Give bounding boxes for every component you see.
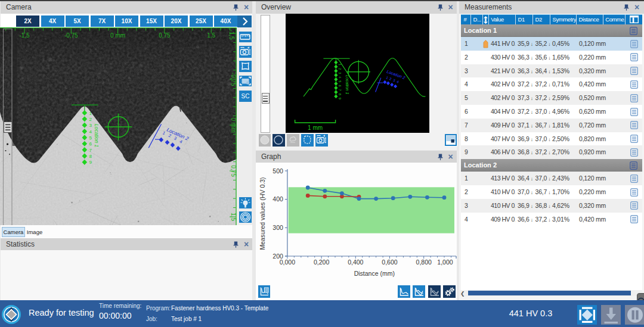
svg-text:5: 5 <box>89 135 92 141</box>
svg-text:0,800: 0,800 <box>416 259 432 266</box>
svg-text:0,200: 0,200 <box>314 259 329 266</box>
svg-text:0,000: 0,000 <box>280 259 295 266</box>
svg-text:500: 500 <box>273 167 283 175</box>
svg-text:300: 300 <box>273 224 283 231</box>
svg-text:4: 4 <box>89 129 92 135</box>
svg-text:1,5: 1,5 <box>207 32 215 39</box>
svg-text:5: 5 <box>338 80 342 82</box>
svg-text:1 mm: 1 mm <box>308 124 323 131</box>
svg-text:8: 8 <box>89 154 92 159</box>
svg-text:0,600: 0,600 <box>382 259 397 266</box>
svg-text:0 mm: 0 mm <box>230 118 237 133</box>
svg-text:0 mm: 0 mm <box>110 32 125 39</box>
svg-text:8: 8 <box>338 94 342 95</box>
svg-text:2: 2 <box>89 117 92 122</box>
svg-text:4: 4 <box>338 76 342 78</box>
svg-text:2: 2 <box>338 68 342 70</box>
svg-text:Location 1: Location 1 <box>345 75 349 94</box>
svg-text:1: 1 <box>89 111 92 116</box>
svg-text:-1,5: -1,5 <box>19 32 30 39</box>
svg-text:1: 1 <box>338 64 342 66</box>
svg-text:6: 6 <box>89 141 92 147</box>
svg-text:-0,75: -0,75 <box>64 32 78 39</box>
svg-text:1,000: 1,000 <box>437 259 453 266</box>
svg-text:0,75: 0,75 <box>230 165 237 177</box>
svg-text:-1,5: -1,5 <box>228 29 235 40</box>
svg-text:7: 7 <box>89 148 92 153</box>
svg-text:9: 9 <box>338 98 342 99</box>
svg-text:9: 9 <box>89 160 92 165</box>
svg-text:Distance (mm): Distance (mm) <box>354 270 395 277</box>
svg-text:6: 6 <box>338 85 342 86</box>
svg-text:Measured values (HV 0.3): Measured values (HV 0.3) <box>259 177 266 250</box>
svg-text:400: 400 <box>273 195 283 203</box>
svg-text:0,75: 0,75 <box>159 32 171 39</box>
svg-text:3: 3 <box>338 72 342 74</box>
svg-text:0,400: 0,400 <box>348 259 363 266</box>
svg-text:7: 7 <box>338 89 342 91</box>
svg-text:Location 1: Location 1 <box>94 124 100 147</box>
svg-text:1,5: 1,5 <box>230 213 237 221</box>
svg-text:3: 3 <box>89 123 92 128</box>
svg-text:-0,75: -0,75 <box>230 73 237 86</box>
